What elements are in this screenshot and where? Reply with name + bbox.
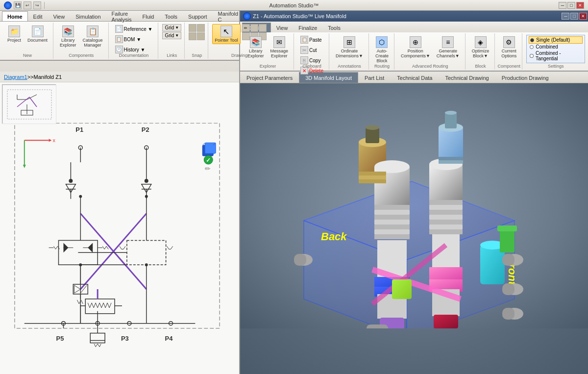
right-title-left: Z1 - Automation Studio™ Live Manifold [243, 12, 346, 20]
btn-pointer-tool[interactable]: ↖ Pointer Tool [212, 24, 240, 44]
viewport-3d[interactable]: Back Front [240, 83, 588, 374]
btn-bom[interactable]: 📋 BOM ▼ [113, 34, 144, 44]
scene-svg: Back Front [240, 83, 588, 328]
btn-library-label: LibraryExplorer [60, 38, 76, 48]
qat-undo[interactable]: ↩ [24, 1, 31, 9]
breadcrumb-current: Manifold Z1 [34, 74, 62, 80]
movement-tangential[interactable]: Combined - Tangential [529, 50, 583, 62]
right-title-text: Z1 - Automation Studio™ Live Manifold [253, 13, 346, 19]
tab-technical-data[interactable]: Technical Data [391, 72, 439, 83]
tab-tools[interactable]: Tools [159, 11, 183, 21]
tab-technical-drawing[interactable]: Technical Drawing [439, 72, 495, 83]
btn-library-explorer[interactable]: 📚 LibraryExplorer [57, 24, 79, 49]
tab-support[interactable]: Support [183, 11, 213, 21]
library-icon: 📚 [62, 25, 74, 37]
btn-generate[interactable]: ≡ GenerateChannels▼ [434, 35, 462, 60]
app-title: Automation Studio™ [270, 2, 319, 8]
btn-current-options[interactable]: ⚙ CurrentOptions [499, 35, 519, 60]
close-btn[interactable]: ✕ [576, 2, 584, 9]
btn-ordinate[interactable]: ⊞ OrdinateDimensions▼ [333, 35, 366, 60]
catalogue-icon: 📋 [87, 25, 98, 37]
btn-paste-label: Paste [309, 37, 322, 43]
svg-point-31 [69, 179, 73, 183]
tab-failure[interactable]: Failure Analysis [106, 11, 137, 21]
right-tab-finalize[interactable]: Finalize [293, 23, 322, 32]
title-bar: 💾 ↩ ↪ Automation Studio™ ─ □ ✕ [0, 0, 588, 11]
btn-right-message[interactable]: ✉ MessageExplorer [268, 35, 291, 60]
svg-rect-141 [374, 224, 410, 229]
right-group-component-label: Component [498, 64, 521, 69]
right-close[interactable]: ✕ [579, 13, 587, 20]
group-documentation: 📄 Reference ▼ 📋 BOM ▼ 🕐 History ▼ Docume… [110, 23, 159, 59]
svg-rect-140 [374, 220, 410, 224]
tab-project-params[interactable]: Project Parameters [240, 72, 299, 83]
movement-type-panel: Single (Default) Combined Combined - Tan… [526, 35, 585, 63]
svg-point-75 [145, 263, 148, 266]
grid-label-2: Grid [165, 33, 174, 38]
draw-tool-1[interactable]: ✏ [242, 24, 250, 32]
tab-production-drawing[interactable]: Production Drawing [495, 72, 555, 83]
right-maximize[interactable]: □ [570, 13, 578, 20]
tab-manifold[interactable]: Manifold C [213, 11, 244, 21]
btn-right-library[interactable]: 📚 LibraryExplorer [245, 35, 267, 60]
svg-rect-139 [374, 215, 410, 220]
svg-rect-97 [445, 113, 457, 128]
paste-icon: 📋 [300, 36, 308, 44]
btn-project[interactable]: 📁 Project [5, 24, 24, 44]
tab-fluid[interactable]: Fluid [137, 11, 160, 21]
draw-tool-2[interactable] [250, 24, 258, 32]
right-tab-view[interactable]: View [271, 23, 294, 32]
right-group-annotations: ⊞ OrdinateDimensions▼ Annotations [330, 33, 369, 70]
btn-catalogue[interactable]: 📋 CatalogueManager [80, 24, 105, 49]
btn-cut[interactable]: ✂ Cut [298, 45, 319, 55]
bom-icon: 📋 [115, 35, 123, 43]
right-group-clipboard-content: 📋 Paste ✂ Cut ⎘ Copy ✕ Delete [298, 33, 326, 82]
minimize-btn[interactable]: ─ [559, 2, 566, 9]
btn-position[interactable]: ⊕ PositionComponents▼ [398, 35, 433, 60]
svg-point-93 [366, 125, 379, 130]
right-ribbon-content: 📚 LibraryExplorer ✉ MessageExplorer Expl… [240, 32, 588, 72]
qat-save[interactable]: 💾 [14, 1, 22, 9]
svg-text:P5: P5 [56, 335, 64, 342]
svg-rect-132 [359, 172, 386, 175]
right-minimize[interactable]: ─ [562, 13, 569, 20]
tab-simulation[interactable]: Simulation [70, 11, 106, 21]
btn-generate-label: GenerateChannels▼ [437, 49, 460, 58]
right-group-clipboard: 📋 Paste ✂ Cut ⎘ Copy ✕ Delete [295, 33, 329, 70]
history-icon: 🕐 [115, 46, 123, 53]
left-panel: Diagram1 >> Manifold Z1 [0, 72, 240, 374]
svg-rect-0 [2, 85, 56, 124]
btn-optimize[interactable]: ◈ OptimizeBlock▼ [469, 35, 492, 60]
tab-part-list[interactable]: Part List [358, 72, 391, 83]
movement-combined[interactable]: Combined [529, 44, 583, 50]
svg-rect-150 [429, 229, 463, 234]
btn-pointer-label: Pointer Tool [215, 38, 238, 43]
position-icon: ⊕ [410, 36, 421, 48]
draw-tool-3[interactable] [259, 24, 267, 32]
svg-rect-137 [374, 205, 410, 210]
qat-redo[interactable]: ↪ [33, 1, 41, 9]
grid-dropdown-2[interactable]: Grid ▼ [162, 32, 181, 39]
breadcrumb-link[interactable]: Diagram1 [4, 74, 27, 80]
maximize-btn[interactable]: □ [567, 2, 575, 9]
btn-document[interactable]: 📄 Document [25, 24, 50, 44]
tab-view[interactable]: View [48, 11, 71, 21]
grid-dropdown-1[interactable]: Grid ▼ [162, 24, 181, 31]
tab-edit[interactable]: Edit [28, 11, 48, 21]
group-snap-label: Snap [192, 53, 202, 58]
document-icon: 📄 [32, 25, 44, 37]
movement-single[interactable]: Single (Default) [529, 36, 583, 44]
svg-point-98 [445, 111, 457, 115]
btn-paste[interactable]: 📋 Paste [298, 35, 324, 45]
svg-rect-114 [434, 315, 458, 328]
tab-home[interactable]: Home [2, 11, 28, 21]
btn-reference[interactable]: 📄 Reference ▼ [113, 24, 155, 34]
svg-point-101 [374, 160, 410, 173]
btn-auto-create-label: Auto-CreateBlock [375, 49, 389, 63]
btn-auto-create[interactable]: ⬡ Auto-CreateBlock [373, 35, 391, 65]
right-tab-tools[interactable]: Tools [322, 23, 346, 32]
svg-rect-131 [367, 324, 388, 328]
optimize-icon: ◈ [475, 36, 487, 48]
ordinate-icon: ⊞ [343, 36, 355, 48]
svg-point-72 [79, 195, 82, 198]
